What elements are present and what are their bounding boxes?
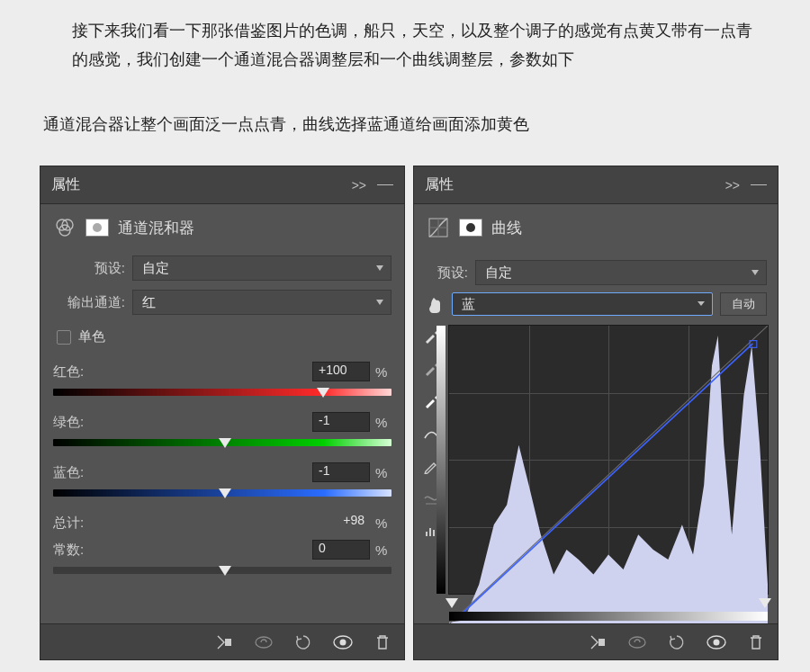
panel-title: 属性: [425, 175, 454, 194]
svg-line-14: [449, 326, 768, 624]
panel-title: 属性: [51, 175, 80, 194]
constant-slider: 常数: 0 %: [40, 538, 404, 588]
total-value: +98: [318, 513, 370, 533]
monochrome-label: 单色: [78, 328, 105, 345]
reset-icon[interactable]: [292, 632, 314, 653]
preset-label: 预设:: [425, 264, 468, 282]
output-channel-select[interactable]: 红: [132, 290, 392, 315]
collapse-icon[interactable]: >>: [348, 178, 370, 193]
channel-row: 蓝 自动: [425, 289, 767, 319]
adjustment-type-row: 曲线: [414, 204, 778, 251]
svg-point-4: [256, 637, 272, 648]
constant-track[interactable]: [53, 567, 392, 574]
output-channel-label: 输出通道:: [53, 294, 125, 311]
mask-icon[interactable]: [86, 216, 109, 239]
channel-value: 蓝: [462, 296, 475, 313]
preset-select[interactable]: 自定: [475, 260, 767, 285]
delete-icon[interactable]: [372, 632, 393, 653]
adjustment-type-row: 通道混和器: [40, 204, 404, 251]
intro-text: 接下来我们看一下那张借鉴图片的色调，船只，天空，以及整个调子的感觉有点黄又带有一…: [72, 16, 756, 75]
channel-mixer-icon: [53, 216, 76, 239]
clip-to-layer-icon[interactable]: [213, 632, 235, 653]
vertical-gradient: [436, 326, 446, 594]
blue-slider: 蓝色: -1 %: [40, 461, 404, 511]
menu-icon[interactable]: [377, 184, 393, 185]
mask-icon[interactable]: [459, 216, 482, 239]
collapse-icon[interactable]: >>: [722, 178, 743, 193]
panel-footer: [414, 623, 778, 659]
channel-mixer-panel: 属性 >> 通道混和器 预设: 自定 输出通道: 红 单色 红色: +100 %: [40, 166, 405, 660]
menu-icon[interactable]: [751, 184, 767, 185]
total-pct: %: [375, 515, 392, 531]
svg-rect-17: [598, 639, 605, 646]
monochrome-row[interactable]: 单色: [40, 319, 404, 360]
adjustment-type-label: 曲线: [491, 218, 522, 238]
curves-icon: [427, 216, 450, 239]
total-row: 总计: +98 %: [40, 511, 404, 538]
svg-rect-12: [429, 528, 431, 536]
red-slider: 红色: +100 %: [40, 360, 404, 410]
panel-header: 属性 >>: [40, 166, 404, 204]
panel-footer: [40, 623, 404, 659]
preset-row: 预设: 自定: [40, 251, 404, 285]
visibility-icon[interactable]: [332, 632, 354, 653]
panel-header: 属性 >>: [414, 166, 778, 204]
black-point-thumb[interactable]: [446, 598, 458, 608]
blue-pct: %: [375, 465, 392, 480]
preset-value: 自定: [142, 260, 169, 277]
svg-point-20: [714, 639, 720, 645]
output-channel-row: 输出通道: 红: [40, 285, 404, 319]
white-point-thumb[interactable]: [759, 598, 771, 608]
red-input[interactable]: +100: [312, 362, 370, 381]
green-pct: %: [375, 415, 392, 430]
preset-value: 自定: [485, 264, 512, 282]
preset-row: 预设: 自定: [425, 256, 767, 289]
svg-rect-3: [225, 639, 231, 646]
reset-icon[interactable]: [666, 632, 688, 653]
preset-label: 预设:: [53, 260, 125, 277]
svg-rect-13: [433, 530, 435, 536]
red-track[interactable]: [53, 389, 392, 396]
adjustment-type-label: 通道混和器: [118, 218, 194, 238]
curves-graph[interactable]: [448, 325, 769, 595]
visibility-icon[interactable]: [706, 632, 727, 653]
svg-rect-11: [426, 532, 428, 536]
total-label: 总计:: [53, 515, 84, 532]
auto-button[interactable]: 自动: [720, 292, 767, 316]
constant-input[interactable]: 0: [312, 540, 370, 560]
blue-label: 蓝色:: [53, 464, 84, 481]
delete-icon[interactable]: [745, 632, 767, 653]
red-label: 红色:: [53, 363, 84, 381]
green-label: 绿色:: [53, 414, 84, 431]
preset-select[interactable]: 自定: [132, 255, 392, 281]
blue-input[interactable]: -1: [312, 462, 370, 482]
clip-to-layer-icon[interactable]: [587, 632, 608, 653]
curves-panel: 属性 >> 曲线 预设: 自定 蓝 自动: [413, 166, 778, 660]
green-input[interactable]: -1: [312, 412, 370, 432]
view-previous-icon[interactable]: [626, 632, 648, 653]
curve-line: [449, 326, 768, 624]
svg-point-18: [629, 637, 645, 648]
constant-label: 常数:: [53, 542, 84, 559]
targeted-adjust-icon[interactable]: [425, 294, 445, 314]
blue-track[interactable]: [53, 489, 392, 497]
svg-point-6: [340, 639, 346, 645]
constant-pct: %: [375, 542, 392, 558]
monochrome-checkbox[interactable]: [57, 330, 71, 345]
green-slider: 绿色: -1 %: [40, 410, 404, 461]
red-pct: %: [375, 364, 392, 380]
view-previous-icon[interactable]: [253, 632, 274, 653]
sub-text: 通道混合器让整个画面泛一点点青，曲线选择蓝通道给画面添加黄色: [43, 113, 529, 135]
channel-select[interactable]: 蓝: [452, 292, 713, 316]
output-channel-value: 红: [142, 294, 156, 311]
horizontal-gradient: [449, 612, 768, 621]
green-track[interactable]: [53, 439, 392, 446]
